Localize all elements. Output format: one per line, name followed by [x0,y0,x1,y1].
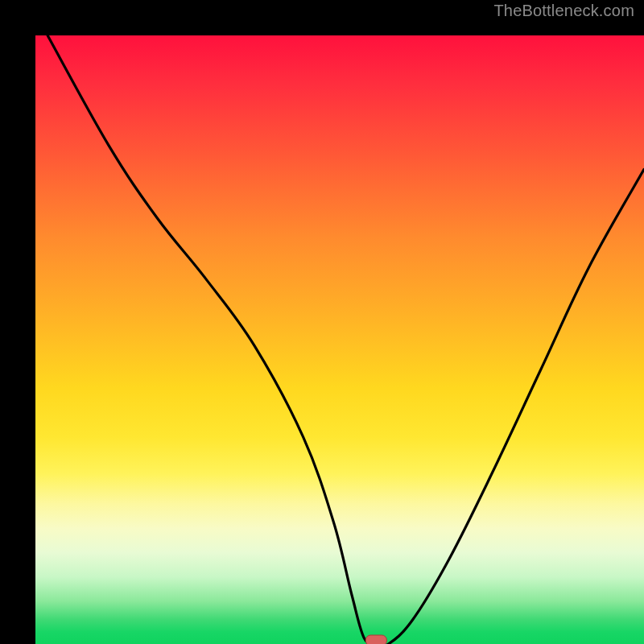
curve-group [47,35,644,644]
bottleneck-curve-svg [35,35,644,644]
chart-frame [0,0,644,644]
plot-area [35,35,644,644]
bottleneck-curve-path [47,35,644,644]
optimal-point-marker [365,635,386,644]
